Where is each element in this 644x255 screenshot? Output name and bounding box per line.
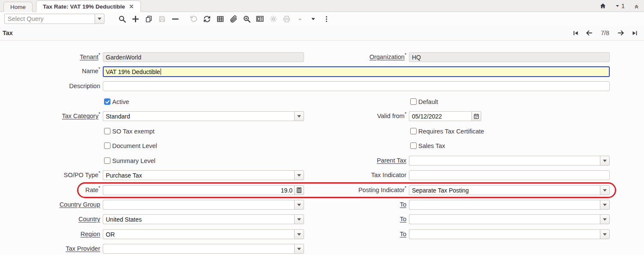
delete-record-button[interactable] <box>171 14 180 24</box>
country-to-field[interactable] <box>409 214 600 224</box>
sopo-type-dropdown-button[interactable] <box>294 170 304 180</box>
country-group-label[interactable]: Country Group <box>0 200 100 210</box>
name-field[interactable]: VAT 19% Deductible <box>103 66 610 77</box>
region-field[interactable] <box>103 229 294 239</box>
detail-record-button[interactable] <box>309 14 317 24</box>
attachment-button[interactable] <box>229 14 238 24</box>
country-to-label[interactable]: To <box>307 214 406 224</box>
chevron-down-icon <box>603 204 607 206</box>
requires-tax-certificate-checkbox[interactable] <box>410 128 417 134</box>
valid-from-field[interactable] <box>409 111 471 121</box>
tab-home[interactable]: Home <box>3 2 33 12</box>
open-windows-count: 1 <box>621 3 625 9</box>
report-button[interactable] <box>256 14 264 24</box>
chevron-down-icon <box>297 204 301 206</box>
print-button[interactable] <box>282 14 291 24</box>
country-to-dropdown-button[interactable] <box>600 214 610 224</box>
region-label[interactable]: Region <box>0 229 100 239</box>
tax-provider-dropdown-button[interactable] <box>294 244 304 254</box>
posting-indicator-label: Posting Indicator* <box>307 185 406 195</box>
rate-calculator-button[interactable] <box>294 185 304 195</box>
undo-button[interactable] <box>189 14 198 24</box>
copy-icon <box>145 15 153 23</box>
region-to-dropdown-button[interactable] <box>600 229 610 239</box>
zoom-across-button[interactable] <box>242 14 251 24</box>
default-checkbox[interactable] <box>410 98 417 105</box>
tax-indicator-label: Tax Indicator <box>307 170 406 180</box>
tax-indicator-field[interactable] <box>409 170 610 180</box>
active-checkbox[interactable] <box>104 98 110 105</box>
tenant-label[interactable]: Tenant* <box>0 52 100 62</box>
tenant-field[interactable] <box>103 52 304 62</box>
arrow-left-icon <box>585 29 593 37</box>
valid-from-label: Valid from* <box>307 111 406 121</box>
chevron-down-icon <box>297 174 301 177</box>
country-group-field[interactable] <box>103 200 294 210</box>
record-position: 7/8 <box>599 30 611 36</box>
chevron-down-icon <box>98 18 101 20</box>
more-actions-button[interactable] <box>322 14 331 24</box>
valid-from-calendar-button[interactable] <box>471 111 481 121</box>
country-field[interactable] <box>103 214 294 224</box>
sales-tax-checkbox[interactable] <box>410 142 417 149</box>
parent-tax-field[interactable] <box>409 156 600 166</box>
home-button[interactable] <box>599 3 606 9</box>
calculator-icon <box>296 187 302 193</box>
region-to-field[interactable] <box>409 229 600 239</box>
requires-tax-certificate-label: Requires Tax Certificate <box>418 128 484 135</box>
save-button[interactable] <box>158 14 167 24</box>
previous-record-button[interactable] <box>585 29 593 37</box>
collapse-header-button[interactable] <box>633 3 640 9</box>
country-dropdown-button[interactable] <box>294 214 304 224</box>
organization-label[interactable]: Organization* <box>307 52 406 62</box>
tab-tax-rate[interactable]: Tax Rate: VAT 19% Deductible <box>36 0 141 12</box>
posting-indicator-dropdown-button[interactable] <box>600 185 610 195</box>
triangle-up-icon <box>297 16 303 22</box>
country-group-dropdown-button[interactable] <box>294 200 304 210</box>
plus-icon <box>131 15 140 23</box>
refresh-button[interactable] <box>203 14 211 24</box>
new-record-button[interactable] <box>131 14 140 24</box>
chevron-down-icon <box>603 233 607 236</box>
region-dropdown-button[interactable] <box>294 229 304 239</box>
tax-category-dropdown-button[interactable] <box>294 111 304 121</box>
tax-category-field[interactable] <box>103 111 294 121</box>
chevron-down-icon <box>297 115 301 118</box>
country-label[interactable]: Country <box>0 214 100 224</box>
select-query-input[interactable] <box>4 14 95 24</box>
first-record-button[interactable] <box>571 29 580 37</box>
tab-header-strip: Tax 7/8 <box>0 26 644 41</box>
sopo-type-field[interactable] <box>103 170 294 180</box>
process-button[interactable] <box>269 14 277 24</box>
country-group-to-dropdown-button[interactable] <box>600 200 610 210</box>
document-level-checkbox[interactable] <box>104 142 110 149</box>
so-tax-exempt-checkbox[interactable] <box>104 128 110 134</box>
next-record-button[interactable] <box>617 29 625 37</box>
description-field[interactable] <box>103 81 610 91</box>
grid-toggle-button[interactable] <box>216 14 224 24</box>
select-query-dropdown-button[interactable] <box>95 14 104 24</box>
parent-tax-label[interactable]: Parent Tax <box>307 156 406 166</box>
arrow-right-icon <box>617 29 625 37</box>
country-group-to-label[interactable]: To <box>307 200 406 210</box>
grid-icon <box>216 15 224 23</box>
posting-indicator-field[interactable] <box>409 185 600 195</box>
description-label: Description <box>0 81 100 91</box>
parent-tax-dropdown-button[interactable] <box>600 156 610 166</box>
region-to-label[interactable]: To <box>307 229 406 239</box>
name-label: Name* <box>0 66 100 76</box>
select-query-combo <box>4 14 104 24</box>
tax-provider-field[interactable] <box>103 244 294 254</box>
tax-category-label[interactable]: Tax Category* <box>0 111 100 121</box>
last-record-button[interactable] <box>630 29 639 37</box>
find-record-button[interactable] <box>118 14 127 24</box>
tax-provider-label[interactable]: Tax Provider <box>0 244 100 254</box>
close-icon[interactable] <box>129 4 134 9</box>
organization-field[interactable] <box>409 52 610 62</box>
rate-field[interactable] <box>103 185 294 195</box>
copy-record-button[interactable] <box>145 14 153 24</box>
country-group-to-field[interactable] <box>409 200 600 210</box>
window-list-dropdown[interactable]: 1 <box>615 3 625 9</box>
name-value: VAT 19% Deductible <box>106 68 160 75</box>
parent-record-button[interactable] <box>295 14 304 24</box>
